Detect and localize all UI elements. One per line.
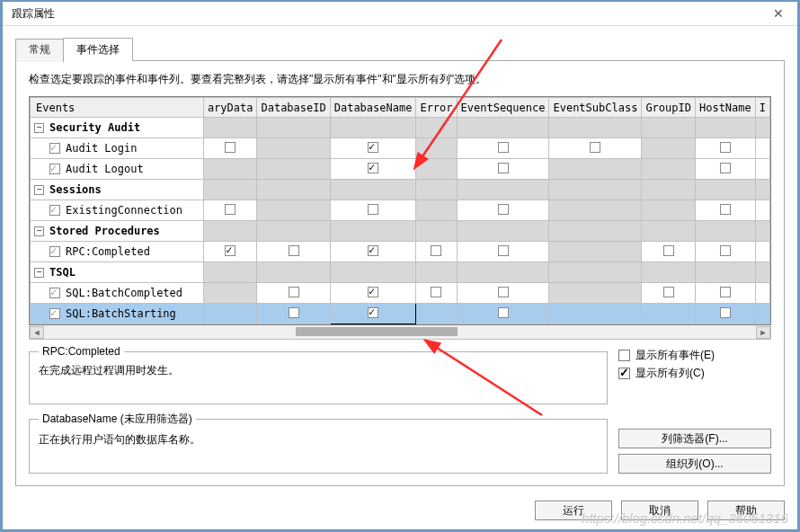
row-checkbox[interactable] <box>49 308 60 319</box>
collapse-icon[interactable]: − <box>34 123 44 133</box>
grid-checkbox[interactable] <box>590 142 600 153</box>
cat-sessions: Sessions <box>49 183 102 196</box>
grid-checkbox[interactable] <box>498 307 509 318</box>
grid-checkbox[interactable] <box>720 142 731 153</box>
grid-checkbox[interactable] <box>368 142 378 153</box>
grid-checkbox[interactable] <box>289 287 299 297</box>
grid-checkbox[interactable] <box>498 204 509 215</box>
col-groupid[interactable]: GroupID <box>642 98 696 118</box>
row-checkbox[interactable] <box>49 143 60 154</box>
column-info-desc: 正在执行用户语句的数据库名称。 <box>39 432 598 448</box>
cat-security-audit: Security Audit <box>49 121 140 134</box>
table-row: Audit Login <box>31 138 770 159</box>
grid-checkbox[interactable] <box>663 245 674 256</box>
table-row: Audit Logout <box>31 159 770 180</box>
row-checkbox[interactable] <box>49 164 60 174</box>
grid-checkbox[interactable] <box>720 163 731 173</box>
grid-checkbox[interactable] <box>368 245 378 256</box>
close-icon[interactable]: ✕ <box>765 4 792 22</box>
grid-checkbox[interactable] <box>498 163 509 173</box>
grid-checkbox[interactable] <box>498 142 509 153</box>
grid-checkbox[interactable] <box>720 204 731 215</box>
scroll-thumb[interactable] <box>296 327 458 336</box>
row-checkbox[interactable] <box>49 246 60 257</box>
hint-text: 检查选定要跟踪的事件和事件列。要查看完整列表，请选择"显示所有事件"和"显示所有… <box>29 72 771 87</box>
horizontal-scrollbar[interactable]: ◄ ► <box>29 325 771 340</box>
grid-checkbox[interactable] <box>720 245 731 256</box>
checkbox-icon <box>618 350 630 361</box>
event-info-title: RPC:Completed <box>39 345 124 358</box>
collapse-icon[interactable]: − <box>34 226 44 236</box>
event-info-box: RPC:Completed 在完成远程过程调用时发生。 <box>29 345 608 404</box>
grid-checkbox[interactable] <box>431 245 441 256</box>
table-row: ExistingConnection <box>31 200 770 221</box>
col-error[interactable]: Error <box>416 98 457 118</box>
show-all-columns-checkbox[interactable]: 显示所有列(C) <box>618 366 771 381</box>
checkbox-icon <box>618 368 630 379</box>
show-all-events-checkbox[interactable]: 显示所有事件(E) <box>618 348 771 363</box>
grid-checkbox[interactable] <box>720 287 731 297</box>
col-events[interactable]: Events <box>31 98 204 118</box>
column-filters-button[interactable]: 列筛选器(F)... <box>618 429 771 448</box>
grid-checkbox[interactable] <box>289 307 299 318</box>
tab-general[interactable]: 常规 <box>15 39 64 62</box>
cat-stored-procedures: Stored Procedures <box>49 225 160 237</box>
grid-checkbox[interactable] <box>368 204 378 215</box>
collapse-icon[interactable]: − <box>34 185 44 195</box>
col-databaseid[interactable]: DatabaseID <box>257 98 330 118</box>
col-last[interactable]: I <box>755 98 769 118</box>
grid-checkbox[interactable] <box>663 287 674 297</box>
grid-checkbox[interactable] <box>368 307 378 318</box>
scroll-left-icon[interactable]: ◄ <box>30 326 44 339</box>
grid-checkbox[interactable] <box>720 307 731 318</box>
col-arydata[interactable]: aryData <box>203 98 257 118</box>
table-row: SQL:BatchCompleted <box>31 283 770 304</box>
col-eventsubclass[interactable]: EventSubClass <box>549 98 642 118</box>
col-hostname[interactable]: HostName <box>695 98 755 118</box>
cat-tsql: TSQL <box>49 266 76 279</box>
scroll-right-icon[interactable]: ► <box>756 326 770 339</box>
tab-event-selection[interactable]: 事件选择 <box>63 38 133 61</box>
help-button[interactable]: 帮助 <box>707 501 785 520</box>
cancel-button[interactable]: 取消 <box>621 501 698 520</box>
window-title: 跟踪属性 <box>12 6 765 22</box>
run-button[interactable]: 运行 <box>535 501 612 520</box>
collapse-icon[interactable]: − <box>34 268 44 278</box>
table-row-selected: SQL:BatchStarting <box>31 304 770 324</box>
col-eventsequence[interactable]: EventSequence <box>457 98 549 118</box>
grid-checkbox[interactable] <box>368 287 378 297</box>
grid-checkbox[interactable] <box>368 163 378 173</box>
grid-checkbox[interactable] <box>498 245 509 256</box>
grid-checkbox[interactable] <box>289 245 299 256</box>
event-info-desc: 在完成远程过程调用时发生。 <box>39 363 598 378</box>
table-row: RPC:Completed <box>31 242 770 262</box>
organize-columns-button[interactable]: 组织列(O)... <box>618 454 771 474</box>
events-grid[interactable]: Events aryData DatabaseID DatabaseName E… <box>29 96 771 325</box>
column-info-title: DatabaseName (未应用筛选器) <box>39 412 196 427</box>
column-info-box: DatabaseName (未应用筛选器) 正在执行用户语句的数据库名称。 <box>29 412 608 474</box>
col-databasename[interactable]: DatabaseName <box>330 98 416 118</box>
row-checkbox[interactable] <box>49 205 60 216</box>
tab-strip: 常规 事件选择 <box>15 37 785 60</box>
grid-checkbox[interactable] <box>498 287 509 297</box>
grid-checkbox[interactable] <box>225 204 236 215</box>
grid-checkbox[interactable] <box>431 287 441 297</box>
row-checkbox[interactable] <box>49 288 60 298</box>
grid-checkbox[interactable] <box>225 142 236 153</box>
grid-checkbox[interactable] <box>225 245 236 256</box>
